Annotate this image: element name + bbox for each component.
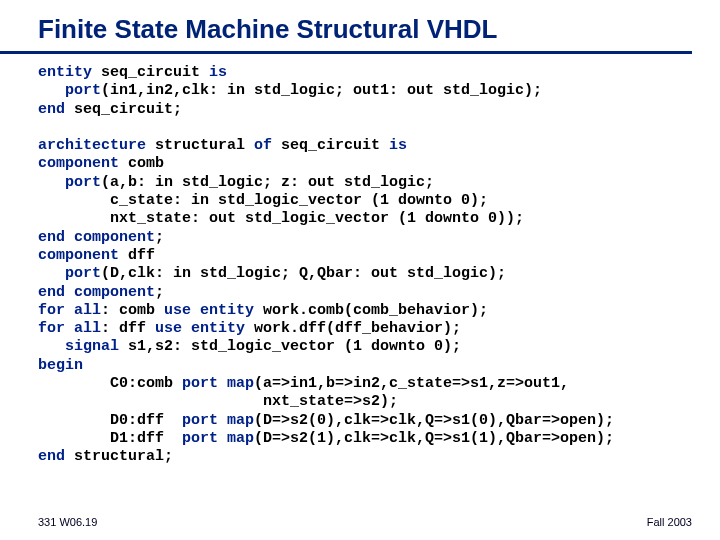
code-span: (D=>s2(0),clk=>clk,Q=>s1(0),Qbar=>open); [254, 412, 614, 429]
code-span: ; [155, 284, 164, 301]
code-span: ; [155, 229, 164, 246]
code-span: D1:dff [38, 430, 182, 447]
kw-port: port [38, 174, 101, 191]
code-span: : comb [101, 302, 164, 319]
kw-port: port [38, 82, 101, 99]
code-span: dff [119, 247, 155, 264]
kw-component: component [38, 155, 119, 172]
code-line: c_state: in std_logic_vector (1 downto 0… [38, 192, 488, 209]
kw-port: port [38, 265, 101, 282]
kw-use-entity: use entity [155, 320, 245, 337]
kw-port-map: port map [182, 430, 254, 447]
kw-begin: begin [38, 357, 83, 374]
kw-architecture: architecture [38, 137, 146, 154]
kw-end: end [38, 101, 65, 118]
footer-right: Fall 2003 [647, 516, 692, 528]
kw-entity: entity [38, 64, 92, 81]
kw-is: is [389, 137, 407, 154]
code-span: seq_circuit [92, 64, 209, 81]
kw-component: component [38, 247, 119, 264]
kw-of: of [254, 137, 272, 154]
code-span: comb [119, 155, 164, 172]
code-span: seq_circuit [272, 137, 389, 154]
kw-use-entity: use entity [164, 302, 254, 319]
footer-left: 331 W06.19 [38, 516, 97, 528]
code-span: structural [146, 137, 254, 154]
code-span: (D,clk: in std_logic; Q,Qbar: out std_lo… [101, 265, 506, 282]
slide-title: Finite State Machine Structural VHDL [0, 0, 692, 54]
kw-signal: signal [38, 338, 119, 355]
code-span: (in1,in2,clk: in std_logic; out1: out st… [101, 82, 542, 99]
code-span: (D=>s2(1),clk=>clk,Q=>s1(1),Qbar=>open); [254, 430, 614, 447]
kw-for-all: for all [38, 302, 101, 319]
code-span: (a,b: in std_logic; z: out std_logic; [101, 174, 434, 191]
kw-port-map: port map [182, 375, 254, 392]
vhdl-code-block: entity seq_circuit is port(in1,in2,clk: … [0, 64, 720, 467]
code-line: nxt_state: out std_logic_vector (1 downt… [38, 210, 524, 227]
kw-for-all: for all [38, 320, 101, 337]
kw-end-component: end component [38, 229, 155, 246]
code-span: : dff [101, 320, 155, 337]
code-span: work.dff(dff_behavior); [245, 320, 461, 337]
code-span: D0:dff [38, 412, 182, 429]
kw-port-map: port map [182, 412, 254, 429]
kw-is: is [209, 64, 227, 81]
code-span: C0:comb [38, 375, 182, 392]
code-span: s1,s2: std_logic_vector (1 downto 0); [119, 338, 461, 355]
code-span: work.comb(comb_behavior); [254, 302, 488, 319]
code-span: (a=>in1,b=>in2,c_state=>s1,z=>out1, [254, 375, 569, 392]
code-span: seq_circuit; [65, 101, 182, 118]
code-line: nxt_state=>s2); [38, 393, 398, 410]
kw-end-component: end component [38, 284, 155, 301]
kw-end: end [38, 448, 65, 465]
code-span: structural; [65, 448, 173, 465]
